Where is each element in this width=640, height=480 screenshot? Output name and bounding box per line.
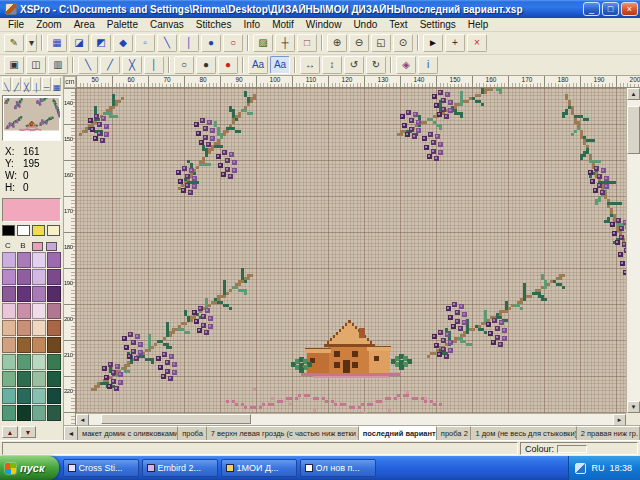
palette-color[interactable]	[47, 388, 61, 404]
rotate-left[interactable]: ↺	[344, 56, 364, 74]
marker-tool[interactable]: ●	[218, 56, 238, 74]
horizontal-scroll-track[interactable]	[89, 414, 613, 425]
palette-color[interactable]	[32, 388, 46, 404]
scroll-down-arrow[interactable]: ▼	[627, 401, 640, 413]
blend-maker[interactable]: ▥	[48, 56, 68, 74]
pattern-tab[interactable]: 2 правая ниж гр.	[577, 426, 640, 440]
taskbar-button[interactable]: 1МОИ Д...	[221, 459, 297, 477]
palette-color[interactable]	[32, 269, 46, 285]
menu-item-area[interactable]: Area	[68, 18, 101, 31]
palette-color[interactable]	[2, 405, 16, 421]
pattern-tab[interactable]: 1 дом (не весь для стыковки)	[471, 426, 576, 440]
bead-tool[interactable]: ○	[223, 34, 243, 52]
vertical-scroll-track[interactable]	[627, 100, 640, 401]
stitch-canvas[interactable]	[76, 88, 626, 413]
selected-color-swatch[interactable]	[2, 198, 61, 222]
direction-full[interactable]: ▦	[52, 77, 61, 91]
straight-stitch-tool[interactable]: │	[179, 34, 199, 52]
palette-color[interactable]	[47, 269, 61, 285]
header-color-swatch[interactable]	[46, 242, 57, 251]
pattern-tab[interactable]: последний вариант	[359, 426, 437, 440]
quick-color-swatch[interactable]	[2, 225, 15, 236]
gobelin-right[interactable]: ╱	[100, 56, 120, 74]
palette-add[interactable]: ▣	[4, 56, 24, 74]
ellipse-outline-tool[interactable]: ○	[174, 56, 194, 74]
pattern-tab[interactable]: макет домик с оливковками	[78, 426, 178, 440]
direction-backslash[interactable]: ╲	[2, 77, 11, 91]
menu-item-help[interactable]: Help	[462, 18, 495, 31]
menu-item-zoom[interactable]: Zoom	[30, 18, 68, 31]
zoom-fit-tool[interactable]: ⊙	[393, 34, 413, 52]
mirror-vertical[interactable]: ↕	[322, 56, 342, 74]
gobelin-left[interactable]: ╲	[78, 56, 98, 74]
palette-color[interactable]	[17, 371, 31, 387]
tray-app-icon[interactable]	[575, 463, 586, 474]
palette-color[interactable]	[17, 388, 31, 404]
pattern-tab[interactable]: проба	[178, 426, 207, 440]
palette-color[interactable]	[32, 286, 46, 302]
horizontal-scroll-thumb[interactable]	[101, 414, 251, 424]
palette-color[interactable]	[47, 337, 61, 353]
mirror-horizontal[interactable]: ↔	[300, 56, 320, 74]
palette-color[interactable]	[2, 354, 16, 370]
palette-color[interactable]	[17, 286, 31, 302]
text-small-tool[interactable]: Aa	[248, 56, 268, 74]
minimize-button[interactable]: _	[583, 2, 600, 16]
palette-scroll-down-button[interactable]: ▼	[20, 426, 36, 438]
palette-color[interactable]	[32, 371, 46, 387]
color-picker-tool[interactable]: ┼	[275, 34, 295, 52]
maximize-button[interactable]: □	[602, 2, 619, 16]
close-button[interactable]: ×	[621, 2, 638, 16]
half-stitch-tool[interactable]: ◪	[69, 34, 89, 52]
start-button[interactable]: пуск	[0, 456, 59, 480]
pattern-tab[interactable]: 7 верхн левая гроздь (с частью ниж ветки…	[207, 426, 359, 440]
palette-color[interactable]	[47, 286, 61, 302]
direction-vertical[interactable]: │	[32, 77, 41, 91]
quick-color-swatch[interactable]	[47, 225, 60, 236]
menu-item-window[interactable]: Window	[300, 18, 348, 31]
menu-item-palette[interactable]: Palette	[101, 18, 144, 31]
palette-color[interactable]	[17, 405, 31, 421]
palette-color[interactable]	[32, 303, 46, 319]
zoom-area-tool[interactable]: ◱	[371, 34, 391, 52]
palette-color[interactable]	[2, 388, 16, 404]
ellipse-filled-tool[interactable]: ●	[196, 56, 216, 74]
pattern-tab[interactable]: проба 2	[437, 426, 472, 440]
direction-slash[interactable]: ╱	[12, 77, 21, 91]
palette-color[interactable]	[32, 320, 46, 336]
quick-color-swatch[interactable]	[32, 225, 45, 236]
menu-item-settings[interactable]: Settings	[414, 18, 462, 31]
menu-item-motif[interactable]: Motif	[266, 18, 300, 31]
palette-color[interactable]	[47, 303, 61, 319]
motif-library[interactable]: ◈	[396, 56, 416, 74]
palette-color[interactable]	[17, 354, 31, 370]
direction-horizontal[interactable]: ─	[42, 77, 51, 91]
palette-color[interactable]	[32, 252, 46, 268]
menu-item-undo[interactable]: Undo	[347, 18, 383, 31]
palette-color[interactable]	[47, 320, 61, 336]
menu-item-info[interactable]: Info	[237, 18, 266, 31]
palette-color[interactable]	[2, 320, 16, 336]
palette-scroll-up-button[interactable]: ▲	[2, 426, 18, 438]
palette-color[interactable]	[17, 320, 31, 336]
palette-color[interactable]	[17, 337, 31, 353]
gobelin-cross[interactable]: ╳	[122, 56, 142, 74]
zoom-in-tool[interactable]: ⊕	[327, 34, 347, 52]
pan-tool[interactable]: +	[445, 34, 465, 52]
menu-item-canvas[interactable]: Canvas	[144, 18, 190, 31]
menu-item-text[interactable]: Text	[383, 18, 413, 31]
palette-color[interactable]	[2, 286, 16, 302]
scroll-up-arrow[interactable]: ▲	[627, 88, 640, 100]
rotate-right[interactable]: ↻	[366, 56, 386, 74]
quick-color-swatch[interactable]	[17, 225, 30, 236]
palette-color[interactable]	[2, 269, 16, 285]
palette-color[interactable]	[2, 337, 16, 353]
french-knot-tool[interactable]: ●	[201, 34, 221, 52]
flood-fill-tool[interactable]: ▨	[253, 34, 273, 52]
palette-color[interactable]	[47, 252, 61, 268]
full-stitch-tool[interactable]: ▦	[47, 34, 67, 52]
palette-color[interactable]	[47, 405, 61, 421]
pencil-dropdown[interactable]: ▾	[26, 34, 37, 52]
palette-color[interactable]	[32, 337, 46, 353]
back-stitch-tool[interactable]: ╲	[157, 34, 177, 52]
